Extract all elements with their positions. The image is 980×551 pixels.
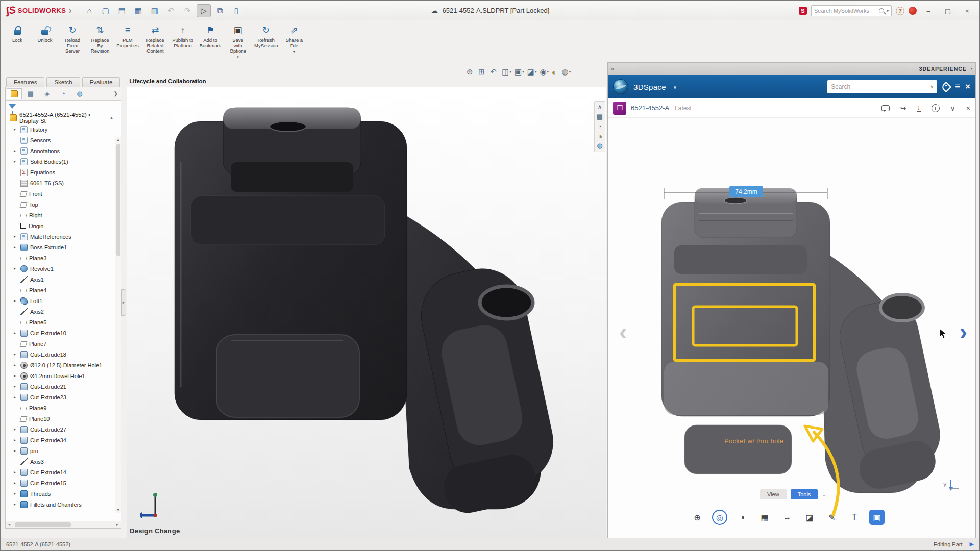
- tree-item[interactable]: ▸ Plane9: [7, 403, 121, 413]
- download-icon[interactable]: ↓: [917, 104, 921, 112]
- ribbon-button[interactable]: Unlock ▾: [32, 23, 58, 48]
- command-tab[interactable]: Sketch: [46, 77, 80, 87]
- zoom-area-icon[interactable]: ⊞▾: [478, 67, 487, 77]
- scrollbar-thumb[interactable]: [15, 522, 71, 527]
- tree-item[interactable]: ▸ Plane5: [7, 317, 121, 328]
- tree-root-item[interactable]: 6521-4552-A (6521-4552) • Display St ▲: [7, 112, 121, 124]
- appearance-icon[interactable]: ◐▾: [552, 68, 559, 77]
- ribbon-button[interactable]: ↑ Publish to Platform ▾: [169, 23, 196, 54]
- 3dcompass-icon[interactable]: [613, 79, 628, 94]
- tree-horizontal-scrollbar[interactable]: ◂ ▸: [6, 521, 121, 528]
- display-style-icon[interactable]: ◪▾: [527, 67, 537, 77]
- displaymanager-tab[interactable]: ◍: [72, 88, 87, 99]
- tree-item[interactable]: ▸ Boss-Extrude1: [7, 242, 121, 253]
- open-icon[interactable]: ▤: [115, 4, 129, 17]
- expand-arrow-icon[interactable]: ▸: [14, 427, 18, 432]
- collapse-caret-icon[interactable]: ▲: [109, 115, 121, 120]
- tree-item[interactable]: ▸ Plane3: [7, 253, 121, 263]
- previous-image-button[interactable]: ‹: [619, 318, 627, 345]
- tree-vertical-scrollbar[interactable]: ▲ ▼: [115, 137, 121, 513]
- ribbon-button[interactable]: ⇄ Replace Related Content ▾: [142, 23, 168, 59]
- scrollbar-thumb[interactable]: [116, 144, 120, 256]
- menu-icon[interactable]: ≡: [955, 82, 960, 92]
- tree-item[interactable]: ▸ Axis3: [7, 456, 121, 467]
- info-icon[interactable]: i: [932, 104, 940, 112]
- dimxpert-tab[interactable]: ◔: [56, 88, 71, 99]
- command-tab[interactable]: Evaluate: [82, 77, 120, 87]
- next-image-button[interactable]: ›: [960, 318, 967, 345]
- tree-item[interactable]: ▸ Plane4: [7, 285, 121, 295]
- tree-item[interactable]: ▸ Cut-Extrude23: [7, 392, 121, 403]
- 3d-preview-area[interactable]: 74.2mm Pocket w/ thru hole ‹ › y: [608, 118, 975, 538]
- tree-item[interactable]: ▸ MateReferences: [7, 231, 121, 242]
- expand-arrow-icon[interactable]: ▸: [14, 245, 18, 249]
- tree-item[interactable]: ▸ Sensors: [7, 135, 121, 145]
- scroll-left-icon[interactable]: ◂: [6, 522, 13, 527]
- tree-item[interactable]: ▸ Threads: [7, 488, 121, 499]
- tree-item[interactable]: ▸ 6061-T6 (SS): [7, 178, 121, 188]
- expand-arrow-icon[interactable]: ▸: [14, 127, 18, 132]
- expand-arrow-icon[interactable]: ▸: [14, 148, 18, 153]
- scroll-up-icon[interactable]: ▲: [116, 137, 120, 142]
- expand-arrow-icon[interactable]: ▸: [14, 384, 18, 389]
- print-icon[interactable]: ▥: [148, 4, 162, 17]
- undo-icon[interactable]: ↶: [164, 4, 178, 17]
- app-dropdown-icon[interactable]: ∨: [673, 84, 677, 90]
- tree-item[interactable]: ▸ Right: [7, 210, 121, 220]
- panel-collapse-icon[interactable]: »: [611, 66, 614, 72]
- ribbon-button[interactable]: ⚑ Add to Bookmark ▾: [197, 23, 224, 54]
- tree-item[interactable]: ▸ Plane10: [7, 413, 121, 424]
- expand-arrow-icon[interactable]: ▸: [14, 373, 18, 378]
- panes-icon[interactable]: ▯: [229, 4, 243, 17]
- expand-arrow-icon[interactable]: ▸: [14, 438, 18, 442]
- tree-item[interactable]: ▸ pro: [7, 445, 121, 456]
- tree-item[interactable]: ▸ Cut-Extrude14: [7, 467, 121, 478]
- command-tab[interactable]: Lifecycle and Collaboration: [122, 77, 213, 87]
- panel-close-icon[interactable]: ×: [965, 82, 970, 92]
- expand-arrow-icon[interactable]: ▸: [14, 395, 18, 399]
- expand-arrow-icon[interactable]: ▸: [14, 491, 18, 496]
- close-preview-icon[interactable]: ×: [966, 104, 970, 112]
- pin-icon[interactable]: ▪: [971, 66, 972, 71]
- ribbon-button[interactable]: ↻ Refresh MySession ▾: [252, 23, 280, 54]
- preview-model-3d[interactable]: 74.2mm: [627, 174, 964, 531]
- share-icon[interactable]: ↪: [900, 104, 906, 112]
- filter-funnel-icon[interactable]: [9, 104, 16, 109]
- tree-item[interactable]: ▸ Cut-Extrude27: [7, 424, 121, 435]
- section-view-icon[interactable]: ◫▾: [502, 67, 511, 77]
- appearances-icon[interactable]: ◑: [598, 132, 602, 140]
- ribbon-button[interactable]: ≡ PLM Properties ▾: [114, 23, 141, 54]
- select-tool-icon[interactable]: ◎: [712, 510, 727, 525]
- help-icon[interactable]: ?: [896, 7, 904, 15]
- probe-icon[interactable]: ⧉: [213, 4, 227, 17]
- tree-item[interactable]: ▸ Annotations: [7, 145, 121, 156]
- search-icon[interactable]: [879, 8, 884, 13]
- tree-item[interactable]: ▸ Solid Bodies(1): [7, 156, 121, 167]
- tree-item[interactable]: ▸ Ø12.0 (12.5) Diameter Hole1: [7, 360, 121, 370]
- scene-icon[interactable]: ◍▾: [562, 67, 571, 77]
- tree-item[interactable]: ▸ Equations: [7, 167, 121, 178]
- redo-icon[interactable]: ↷: [180, 4, 194, 17]
- toggle-chevron-icon[interactable]: ⌄: [822, 492, 826, 497]
- logo-chevron-icon[interactable]: ❯: [68, 8, 72, 13]
- ribbon-button[interactable]: Lock ▾: [4, 23, 31, 48]
- panel-search-dropdown-icon[interactable]: ∨: [927, 84, 934, 89]
- expand-arrow-icon[interactable]: ▸: [14, 363, 18, 367]
- tree-item[interactable]: ▸ Loft1: [7, 295, 121, 306]
- expand-arrow-icon[interactable]: ▸: [14, 298, 18, 303]
- status-expand-icon[interactable]: ▶: [970, 541, 974, 547]
- tree-item[interactable]: ▸ Top: [7, 199, 121, 210]
- notification-icon[interactable]: [909, 7, 917, 15]
- close-button[interactable]: ×: [960, 5, 975, 17]
- home-icon[interactable]: ⌂: [82, 4, 96, 17]
- expand-chevron-icon[interactable]: ∨: [950, 104, 955, 112]
- markup-pen-icon[interactable]: ✎: [824, 510, 840, 525]
- resources-icon[interactable]: ▤: [597, 113, 603, 121]
- search-mysolidworks-input[interactable]: Search MySolidWorks ▾: [811, 5, 892, 16]
- ribbon-dropdown-icon[interactable]: ▾: [237, 55, 239, 59]
- select-arrow-icon[interactable]: ▷: [197, 4, 211, 17]
- tree-item[interactable]: ▸ Ø1.2mm Dowel Hole1: [7, 370, 121, 381]
- tree-item[interactable]: ▸ Axis1: [7, 274, 121, 285]
- tree-item[interactable]: ▸ Cut-Extrude10: [7, 328, 121, 338]
- expand-arrow-icon[interactable]: ▸: [14, 331, 18, 335]
